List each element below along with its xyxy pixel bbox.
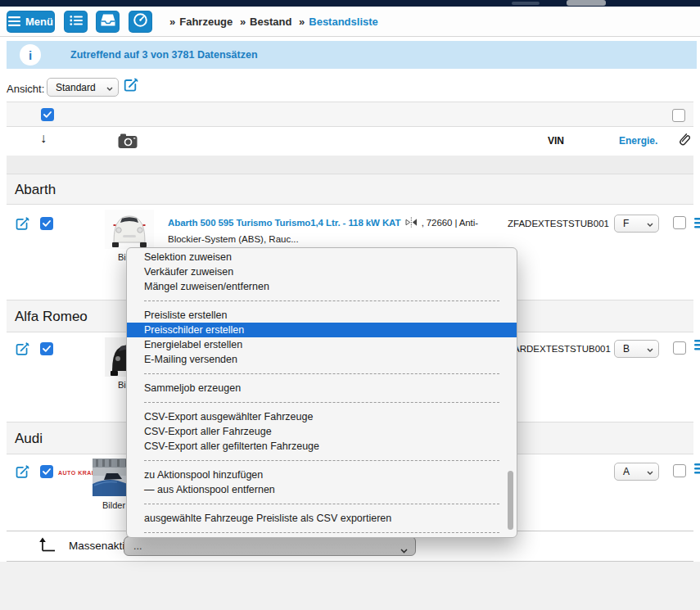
breadcrumb: »Fahrzeuge »Bestand »Bestandsliste [165, 16, 378, 28]
row-right-checkbox[interactable] [673, 341, 686, 355]
energy-class-select[interactable]: A [614, 463, 659, 481]
row-actions-icon-clipped[interactable] [694, 217, 700, 228]
view-select-value: Standard [56, 82, 96, 93]
spacer-band [7, 156, 693, 174]
row-actions-icon-clipped[interactable] [694, 339, 700, 350]
vehicle-vin: ZFADEXTESTSTUB001 [508, 219, 609, 228]
breadcrumb-item-bestand[interactable]: Bestand [250, 16, 291, 28]
hamburger-icon [8, 15, 20, 29]
select-all-band [7, 102, 693, 127]
footer-area: Speichern [0, 562, 700, 610]
menu-item[interactable]: — aus Aktionspool entfernen [127, 482, 517, 497]
chevron-down-icon [106, 82, 113, 93]
window-chrome-fragment [567, 0, 606, 6]
menu-items: Selektion zuweisenVerkäufer zuweisenMäng… [127, 250, 517, 533]
vehicle-photo[interactable] [105, 210, 154, 252]
inbox-button[interactable] [96, 11, 120, 33]
chevron-down-icon [647, 218, 653, 229]
breadcrumb-separator: » [240, 16, 246, 28]
menu-separator [144, 294, 499, 301]
camera-icon[interactable] [118, 133, 138, 151]
vin-column-header[interactable]: VIN [548, 135, 564, 147]
brand-heading: Audi [15, 431, 43, 447]
menu-item[interactable]: E-Mailing versenden [127, 352, 517, 367]
energy-class-value: B [623, 343, 630, 355]
row-right-checkbox[interactable] [673, 464, 686, 477]
select-all-checkbox[interactable] [41, 108, 54, 121]
edit-row-icon[interactable] [14, 463, 31, 484]
row-checkbox[interactable] [40, 217, 53, 230]
vehicle-title-link[interactable]: Abarth 500 595 Turismo Turismo1,4 Ltr. -… [168, 218, 400, 228]
main-toolbar: Menü »Fahrzeuge »Bestand »Bestandsliste [0, 7, 700, 37]
energy-class-select[interactable]: B [614, 340, 659, 358]
energy-class-value: A [623, 466, 630, 477]
menu-item[interactable]: CSV-Export ausgewählter Fahrzeuge [127, 409, 517, 424]
result-count-text: Zutreffend auf 3 von 3781 Datensätzen [70, 49, 258, 61]
row-checkbox[interactable] [40, 465, 53, 478]
menu-item[interactable]: Verkäufer zuweisen [127, 264, 517, 279]
chevron-down-icon [647, 466, 653, 477]
breadcrumb-separator: » [169, 16, 175, 28]
flip-icon[interactable] [405, 217, 418, 229]
row-checkbox[interactable] [40, 342, 53, 355]
menu-separator [144, 497, 499, 504]
energy-column-header[interactable]: Energie. [619, 135, 657, 147]
menu-separator [144, 454, 499, 461]
vehicle-title-line: Abarth 500 595 Turismo Turismo1,4 Ltr. -… [168, 217, 478, 229]
return-arrow-icon [38, 535, 57, 557]
result-info-bar: i Zutreffend auf 3 von 3781 Datensätzen [7, 41, 697, 69]
bestandsliste-page: Menü »Fahrzeuge »Bestand »Bestandsliste … [0, 0, 700, 610]
menu-item[interactable]: CSV-Export aller gefilterten Fahrzeuge [127, 439, 517, 454]
brand-heading: Alfa Romeo [15, 309, 88, 325]
dashboard-icon [133, 12, 148, 31]
energy-class-select[interactable]: F [614, 215, 659, 233]
menu-item[interactable]: Preisschilder erstellen [127, 323, 517, 337]
list-view-button[interactable] [64, 11, 88, 33]
menu-separator [144, 395, 499, 403]
breadcrumb-item-fahrzeuge[interactable]: Fahrzeuge [179, 16, 233, 28]
row-actions-icon-clipped[interactable] [694, 463, 700, 474]
menu-item[interactable]: Selektion zuweisen [127, 250, 517, 264]
paperclip-icon[interactable] [670, 129, 696, 155]
view-label: Ansicht: [7, 83, 44, 95]
mass-action-value: ... [133, 540, 142, 552]
breadcrumb-current[interactable]: Bestandsliste [309, 16, 378, 28]
header-right-checkbox[interactable] [672, 109, 685, 122]
edit-row-icon[interactable] [14, 215, 31, 236]
menu-item[interactable]: Energielabel erstellen [127, 337, 517, 352]
menu-button[interactable]: Menü [7, 11, 55, 33]
energy-class-value: F [623, 218, 629, 229]
menu-item[interactable]: Mängel zuweisen/entfernen [127, 279, 517, 294]
menu-scrollbar-thumb[interactable] [508, 471, 513, 530]
menu-separator [144, 367, 499, 374]
menu-item[interactable]: ausgewählte Fahrzeuge Preisliste als CSV… [127, 511, 517, 526]
vehicle-title-suffix: , 72660 | Anti- [422, 218, 478, 228]
window-top-strip [0, 0, 700, 7]
window-chrome-fragment [512, 2, 540, 5]
mass-action-select[interactable]: ... [124, 536, 416, 556]
bulk-context-menu: Selektion zuweisenVerkäufer zuweisenMäng… [126, 247, 517, 538]
menu-item[interactable]: Preisliste erstellen [127, 308, 517, 323]
vehicle-vin: ZARDEXTESTSTUB001 [508, 344, 611, 354]
chevron-down-icon [400, 544, 408, 556]
dealer-logo-text: AUTO KRAL [58, 470, 96, 476]
chevron-down-icon [647, 343, 653, 355]
menu-item[interactable]: zu Aktionspool hinzufügen [127, 468, 517, 482]
sort-direction-glyph[interactable]: ↓ [40, 131, 47, 146]
menu-separator [144, 526, 499, 533]
menu-button-label: Menü [25, 16, 53, 28]
brand-band-abarth: Abarth [7, 174, 693, 205]
list-icon [70, 15, 83, 29]
brand-heading: Abarth [15, 182, 56, 198]
column-header-row: ↓ VIN Energie. [7, 127, 693, 156]
row-right-checkbox[interactable] [673, 216, 686, 229]
edit-row-icon[interactable] [14, 341, 31, 361]
menu-item[interactable]: Sammeljob erzeugen [127, 381, 517, 395]
dashboard-button[interactable] [129, 11, 152, 33]
info-icon: i [20, 44, 41, 66]
view-select[interactable]: Standard [47, 78, 119, 97]
breadcrumb-separator: » [299, 16, 305, 28]
edit-view-icon[interactable] [122, 76, 140, 97]
menu-item[interactable]: CSV-Export aller Fahrzeuge [127, 424, 517, 439]
vehicle-description: Blockier-System (ABS), Rauc... [168, 234, 299, 244]
